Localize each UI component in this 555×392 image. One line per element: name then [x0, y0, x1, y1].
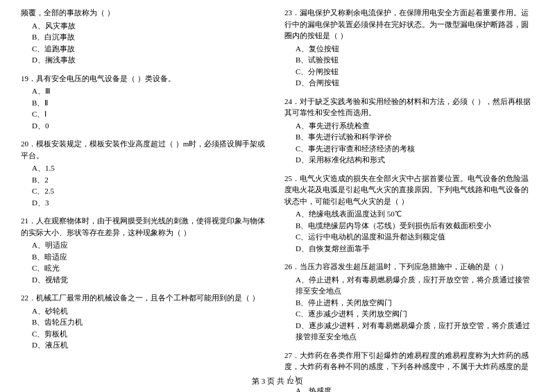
option-text: A、停止进料，对有毒易燃易爆介质，应打开放空管，将介质通过接管排至安全地点 [284, 274, 534, 297]
content-columns: 频覆，全部的事故称为（ ）A、风灾事故B、白沉事故C、追跑事故D、搁浅事故19．… [21, 7, 534, 392]
option-text: D、0 [21, 120, 271, 132]
page-footer: 第 3 页 共 12 页 [0, 376, 555, 386]
question-block: 频覆，全部的事故称为（ ）A、风灾事故B、白沉事故C、追跑事故D、搁浅事故 [21, 7, 271, 66]
option-text: A、事先进行系统检查 [284, 120, 534, 132]
question-block: 20．模板安装规定，模板安装作业高度超过（ ）m时，必须搭设脚手架或平台。A、1… [21, 138, 271, 208]
option-text: A、1.5 [21, 162, 271, 174]
option-text: D、视错觉 [21, 274, 271, 286]
question-block: 24．对于缺乏实践考验和实用经验的材料和方法，必须（ ），然后再根据其可靠性和安… [284, 96, 534, 166]
question-block: 22．机械工厂最常用的机械设备之一，且各个工种都可能用到的是（ ）A、砂轮机B、… [21, 292, 271, 351]
question-block: 23．漏电保护又称剩余电流保护，在保障用电安全方面起着重要作用。运行中的漏电保护… [284, 7, 534, 89]
option-text: B、Ⅱ [21, 97, 271, 109]
option-text: C、剪板机 [21, 328, 271, 340]
option-text: C、Ⅰ [21, 108, 271, 120]
question-block: 21．人在观察物体时，由于视网膜受到光线的刺激，使得视觉印象与物体的实际大小、形… [21, 215, 271, 285]
option-text: D、合闸按钮 [284, 77, 534, 89]
option-text: D、采用标准化结构和形式 [284, 154, 534, 166]
option-text: A、风灾事故 [21, 20, 271, 32]
option-text: B、暗适应 [21, 251, 271, 263]
option-text: A、绝缘电线表面温度达到 50℃ [284, 208, 534, 220]
option-text: C、2.5 [21, 185, 271, 197]
option-text: D、逐步减少进料，对有毒易燃易爆介质，应打开放空管，将介质通过接管排至安全地点 [284, 320, 534, 343]
option-text: D、自恢复熔丝面靠手 [284, 243, 534, 255]
question-text: 20．模板安装规定，模板安装作业高度超过（ ）m时，必须搭设脚手架或平台。 [21, 138, 271, 161]
option-text: C、眩光 [21, 262, 271, 274]
question-block: 19．具有安全电压的电气设备是（ ）类设备。A、ⅢB、ⅡC、ⅠD、0 [21, 73, 271, 132]
question-block: 26．当压力容器发生超压超温时，下列应急措施中，正确的是（ ）A、停止进料，对有… [284, 261, 534, 343]
option-text: B、事先进行试验和科学评价 [284, 131, 534, 143]
page: 频覆，全部的事故称为（ ）A、风灾事故B、白沉事故C、追跑事故D、搁浅事故19．… [0, 0, 555, 392]
option-text: C、事先进行审查和经济经济的考核 [284, 143, 534, 155]
question-text: 25．电气火灾造成的损失在全部火灾中占据首要位置。电气设备的危险温度电火花及电弧… [284, 173, 534, 207]
option-text: B、停止进料，关闭放空阀门 [284, 297, 534, 309]
option-text: B、试验按钮 [284, 54, 534, 66]
option-text: A、Ⅲ [21, 85, 271, 97]
option-text: B、电缆绝缘层内导体（芯线）受到损伤后有效截面积变小 [284, 220, 534, 232]
option-text: B、白沉事故 [21, 31, 271, 43]
question-text: 频覆，全部的事故称为（ ） [21, 7, 271, 19]
right-column: 23．漏电保护又称剩余电流保护，在保障用电安全方面起着重要作用。运行中的漏电保护… [284, 7, 534, 392]
option-text: D、液压机 [21, 339, 271, 351]
question-text: 21．人在观察物体时，由于视网膜受到光线的刺激，使得视觉印象与物体的实际大小、形… [21, 215, 271, 238]
footer-text: 第 3 页 共 12 页 [252, 377, 303, 385]
option-text: A、砂轮机 [21, 305, 271, 317]
option-text: C、逐步减少进料，关闭放空阀门 [284, 308, 534, 320]
question-text: 23．漏电保护又称剩余电流保护，在保障用电安全方面起着重要作用。运行中的漏电保护… [284, 7, 534, 42]
question-text: 24．对于缺乏实践考验和实用经验的材料和方法，必须（ ），然后再根据其可靠性和安… [284, 96, 534, 119]
option-text: D、搁浅事故 [21, 54, 271, 66]
option-text: A、明适应 [21, 239, 271, 251]
option-text: C、分闸按钮 [284, 66, 534, 78]
option-text: A、复位按钮 [284, 43, 534, 55]
question-block: 25．电气火灾造成的损失在全部火灾中占据首要位置。电气设备的危险温度电火花及电弧… [284, 173, 534, 255]
option-text: D、3 [21, 197, 271, 209]
option-text: B、齿轮压力机 [21, 316, 271, 328]
option-text: C、追跑事故 [21, 43, 271, 55]
option-text: C、运行中电动机的温度和温升都达到额定值 [284, 231, 534, 243]
question-text: 19．具有安全电压的电气设备是（ ）类设备。 [21, 73, 271, 85]
option-text: B、2 [21, 174, 271, 186]
question-text: 26．当压力容器发生超压超温时，下列应急措施中，正确的是（ ） [284, 261, 534, 273]
left-column: 频覆，全部的事故称为（ ）A、风灾事故B、白沉事故C、追跑事故D、搁浅事故19．… [21, 7, 271, 392]
question-text: 22．机械工厂最常用的机械设备之一，且各个工种都可能用到的是（ ） [21, 292, 271, 304]
